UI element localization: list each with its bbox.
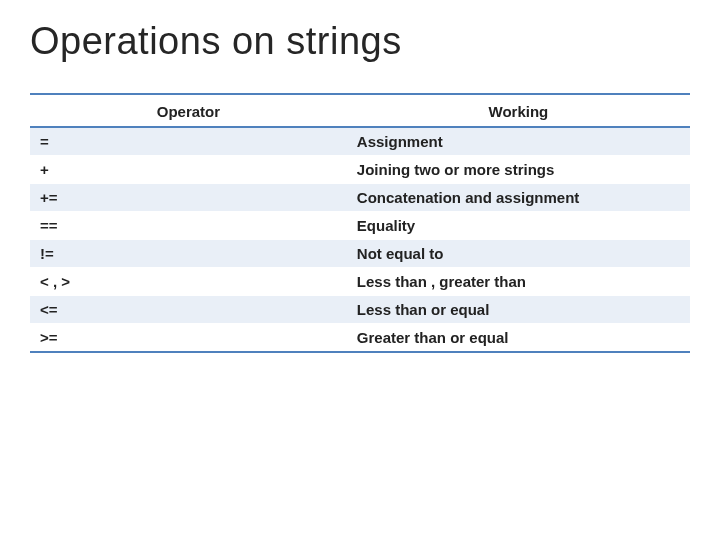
cell-operator: <= <box>30 296 347 324</box>
cell-working: Equality <box>347 212 690 240</box>
cell-working: Less than , greater than <box>347 268 690 296</box>
table-row: += Concatenation and assignment <box>30 184 690 212</box>
header-operator: Operator <box>30 94 347 127</box>
operators-table: Operator Working = Assignment + Joining … <box>30 93 690 353</box>
cell-operator: >= <box>30 324 347 353</box>
table-row: = Assignment <box>30 127 690 156</box>
header-working: Working <box>347 94 690 127</box>
cell-working: Greater than or equal <box>347 324 690 353</box>
table-row: < , > Less than , greater than <box>30 268 690 296</box>
cell-operator: == <box>30 212 347 240</box>
cell-operator: != <box>30 240 347 268</box>
cell-operator: += <box>30 184 347 212</box>
page-title: Operations on strings <box>30 20 690 63</box>
cell-working: Concatenation and assignment <box>347 184 690 212</box>
cell-working: Assignment <box>347 127 690 156</box>
cell-working: Joining two or more strings <box>347 156 690 184</box>
slide: Operations on strings Operator Working =… <box>0 0 720 540</box>
table-header-row: Operator Working <box>30 94 690 127</box>
table-row: >= Greater than or equal <box>30 324 690 353</box>
cell-operator: < , > <box>30 268 347 296</box>
table-row: <= Less than or equal <box>30 296 690 324</box>
table-row: == Equality <box>30 212 690 240</box>
cell-operator: + <box>30 156 347 184</box>
cell-working: Not equal to <box>347 240 690 268</box>
table-row: != Not equal to <box>30 240 690 268</box>
cell-operator: = <box>30 127 347 156</box>
table-row: + Joining two or more strings <box>30 156 690 184</box>
cell-working: Less than or equal <box>347 296 690 324</box>
